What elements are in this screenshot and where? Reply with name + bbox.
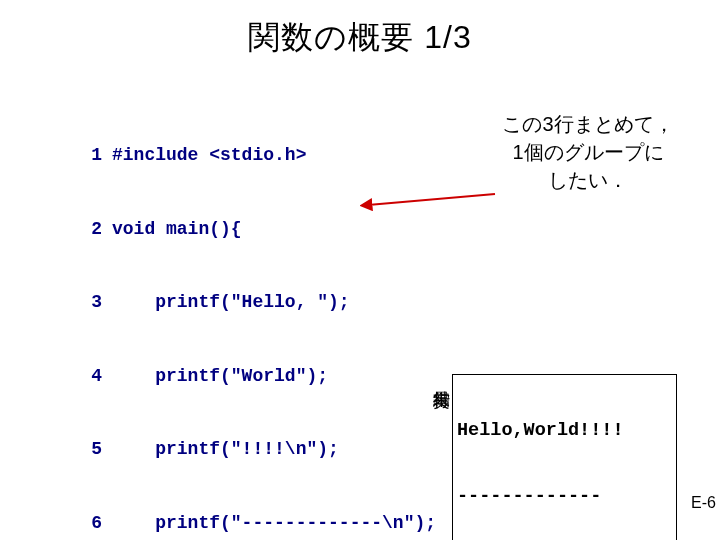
result-line: Hello,World!!!! [457, 420, 672, 442]
line-number: 5 [72, 437, 102, 462]
code-line: 1#include <stdio.h> [72, 143, 436, 168]
slide-title: 関数の概要 1/3 [0, 0, 720, 60]
code-line: 3 printf("Hello, "); [72, 290, 436, 315]
result-box: Hello,World!!!! ------------- Hello,Worl… [452, 374, 677, 540]
page-number: E-6 [691, 494, 716, 512]
line-number: 1 [72, 143, 102, 168]
code-text: printf("!!!!\n"); [112, 437, 339, 462]
code-text: printf("World"); [112, 364, 328, 389]
result-line: ------------- [457, 486, 672, 508]
annotation-text: この3行まとめて， 1個のグループに したい． [488, 110, 688, 194]
annotation-line: したい． [488, 166, 688, 194]
code-line: 5 printf("!!!!\n"); [72, 437, 436, 462]
code-text: printf("-------------\n"); [112, 511, 436, 536]
line-number: 2 [72, 217, 102, 242]
line-number: 4 [72, 364, 102, 389]
annotation-line: この3行まとめて， [488, 110, 688, 138]
code-line: 6 printf("-------------\n"); [72, 511, 436, 536]
line-number: 3 [72, 290, 102, 315]
code-line: 4 printf("World"); [72, 364, 436, 389]
code-block: 1#include <stdio.h> 2void main(){ 3 prin… [72, 94, 436, 540]
code-line: 2void main(){ [72, 217, 436, 242]
line-number: 6 [72, 511, 102, 536]
code-text: void main(){ [112, 217, 242, 242]
code-text: printf("Hello, "); [112, 290, 350, 315]
annotation-line: 1個のグループに [488, 138, 688, 166]
code-text: #include <stdio.h> [112, 143, 306, 168]
